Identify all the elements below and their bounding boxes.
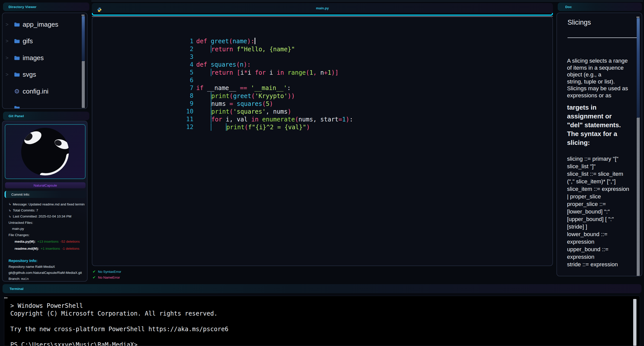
git-panel-title: Git Panel [3, 114, 24, 118]
text-cursor [255, 38, 255, 44]
line-number: 5 [186, 69, 193, 76]
git-info-line: ↳Total Commits: 7 [9, 207, 85, 213]
doc-panel-title: Doc [558, 5, 572, 9]
line-number: 11 [186, 116, 193, 123]
tab-active-underline [92, 13, 553, 16]
commit-info-box: Commit Info: [5, 191, 86, 198]
repository-name: Repository name RaM-MediaX [9, 264, 85, 270]
syntax-check-label: No SyntaxError [98, 270, 121, 274]
doc-panel-header: Doc [558, 3, 642, 11]
git-avatar-image [5, 125, 85, 179]
doc-heading: Slicings [568, 19, 591, 26]
repository-info-heading: Repository Info: [9, 258, 37, 263]
code-line: 4def squares(n): [186, 61, 353, 68]
folder-icon [14, 106, 23, 109]
directory-viewer-title: Directory Viewer [3, 5, 36, 9]
tree-item-label: svgs [23, 71, 36, 78]
terminal-header: Terminal [3, 284, 641, 293]
insertions-count: +13 insertions [37, 240, 58, 243]
folder-icon [14, 22, 20, 27]
git-info-line: Untracked Files: [9, 220, 85, 226]
scrollbar-thumb[interactable] [82, 16, 85, 61]
line-number: 6 [186, 77, 193, 84]
line-number: 4 [186, 61, 193, 68]
chevron-right-icon: > [6, 38, 14, 44]
notebook-top-border [91, 1, 643, 1]
repository-remote: git@github.com:NaturalCapsule/RaM-MediaX… [9, 270, 85, 276]
sub-item-arrow-icon: ↳ [9, 209, 11, 212]
code-line: 7if __name__ == '__main__': [186, 84, 353, 92]
doc-scrollbar[interactable] [637, 17, 640, 276]
git-panel: NaturalCapsule Commit Info: ↳Message: Up… [2, 121, 88, 282]
tree-item-gifs[interactable]: >gifs [3, 33, 81, 50]
name-check-label: No NameError [98, 276, 120, 279]
app-window: Directory Viewer >app_images>gifs>images… [0, 0, 644, 346]
check-icon: ✔ [93, 269, 96, 274]
code-line: 10 print('squares', nums) [186, 107, 353, 115]
tree-item-svgs[interactable]: >svgs [3, 66, 81, 83]
folder-icon [14, 22, 23, 27]
line-number: 2 [186, 46, 193, 53]
repo-owner-label: NaturalCapsule [33, 184, 57, 187]
changed-file-name: readme.md(M): [15, 247, 39, 250]
tree-item-partial[interactable] [3, 100, 81, 109]
changed-file-name: media.py(M): [15, 240, 35, 243]
code-editor[interactable]: 1def greet(name):2 return f"Hello, {name… [92, 17, 553, 266]
deletions-count: -52 deletions [60, 240, 80, 243]
folder-icon [14, 39, 20, 44]
name-check-row: ✔ No NameError [93, 275, 120, 280]
file-change-row: readme.md(M):+1 insertions-1 deletions [9, 245, 85, 251]
directory-viewer-header: Directory Viewer [3, 3, 89, 11]
check-icon: ✔ [93, 275, 96, 280]
doc-paragraph: A slicing selects a range of items in a … [567, 57, 642, 99]
tab-main-py[interactable]: main.py [92, 3, 553, 13]
scrollbar-thumb[interactable] [637, 18, 640, 118]
git-info-line: ↳Message: Updated readme.md and fixed te… [9, 201, 85, 207]
code-line: 11 for i, val in enumerate(nums, start=1… [186, 115, 353, 123]
tree-item-config.ini[interactable]: ⚙config.ini [3, 83, 81, 100]
syntax-check-row: ✔ No SyntaxError [93, 269, 121, 274]
gear-icon: ⚙ [14, 88, 23, 95]
repo-owner-badge: NaturalCapsule [5, 182, 86, 188]
tree-item-app_images[interactable]: >app_images [3, 16, 81, 33]
code-line: 8 print(greet('Kryypto')) [186, 92, 353, 100]
line-number: 1 [186, 38, 193, 45]
tree-item-images[interactable]: >images [3, 50, 81, 66]
chevron-right-icon: > [6, 55, 14, 61]
terminal[interactable]: > Windows PowerShell Copyright (C) Micro… [4, 296, 640, 346]
code-line: 2 return f"Hello, {name}" [186, 45, 353, 53]
folder-icon [14, 56, 23, 60]
tree-item-label: config.ini [23, 88, 49, 95]
line-number: 12 [186, 123, 193, 131]
terminal-output: > Windows PowerShell Copyright (C) Micro… [10, 302, 228, 346]
line-number: 3 [186, 53, 193, 60]
terminal-scrollbar-thumb[interactable] [633, 299, 636, 346]
folder-icon [14, 72, 23, 77]
folder-icon [14, 39, 23, 44]
git-info-line: main.py [9, 226, 85, 232]
git-panel-header: Git Panel [3, 112, 89, 120]
commit-info-label: Commit Info: [6, 193, 30, 196]
line-number: 9 [186, 100, 193, 107]
code-content: 1def greet(name):2 return f"Hello, {name… [186, 37, 353, 131]
doc-panel[interactable]: Slicings A slicing selects a range of it… [556, 13, 642, 276]
terminal-title: Terminal [3, 287, 23, 291]
tree-item-label: gifs [23, 37, 33, 45]
code-line: 12 print(f"{i}^2 = {val}") [186, 123, 353, 131]
scrollbar-track[interactable] [82, 61, 85, 108]
line-number: 8 [186, 92, 193, 99]
doc-grammar: slicing ::= primary "[" slice_list "]" s… [567, 155, 642, 268]
scrollbar-track[interactable] [637, 118, 640, 276]
folder-icon [14, 56, 20, 60]
file-change-row: media.py(M):+13 insertions-52 deletions [9, 238, 85, 244]
code-line: 9 nums = squares(5) [186, 100, 353, 107]
branch-value: main [21, 277, 29, 281]
line-number: 7 [186, 84, 193, 92]
directory-scrollbar[interactable] [82, 15, 85, 108]
code-line: 5 return [i*i for i in range(1, n+1)] [186, 68, 353, 76]
git-info-line: ↳Last Committed: 2025-02-04 10:34 PM [9, 213, 85, 220]
line-number: 10 [186, 108, 193, 115]
doc-divider [568, 37, 638, 38]
doc-body: A slicing selects a range of items in a … [567, 57, 642, 268]
sub-item-arrow-icon: ↳ [9, 202, 11, 206]
